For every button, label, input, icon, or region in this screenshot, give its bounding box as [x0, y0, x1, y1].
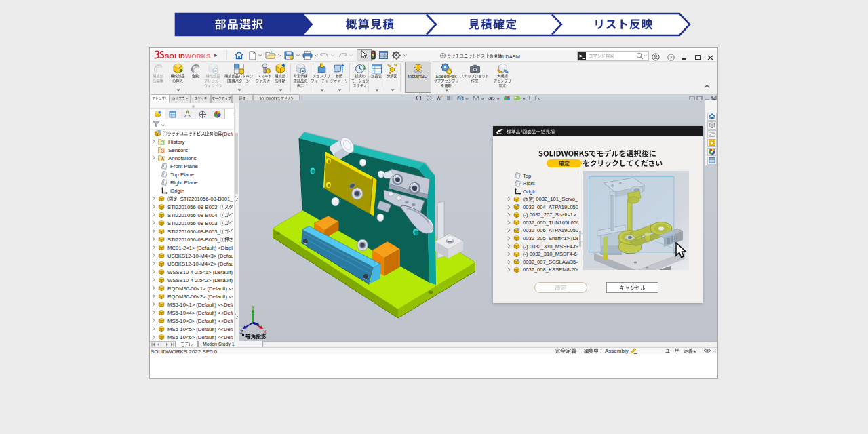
svg-text:X: X: [263, 329, 267, 335]
svg-text:Y: Y: [252, 304, 255, 310]
svg-text:?: ?: [670, 54, 673, 59]
svg-text:A: A: [161, 157, 165, 161]
